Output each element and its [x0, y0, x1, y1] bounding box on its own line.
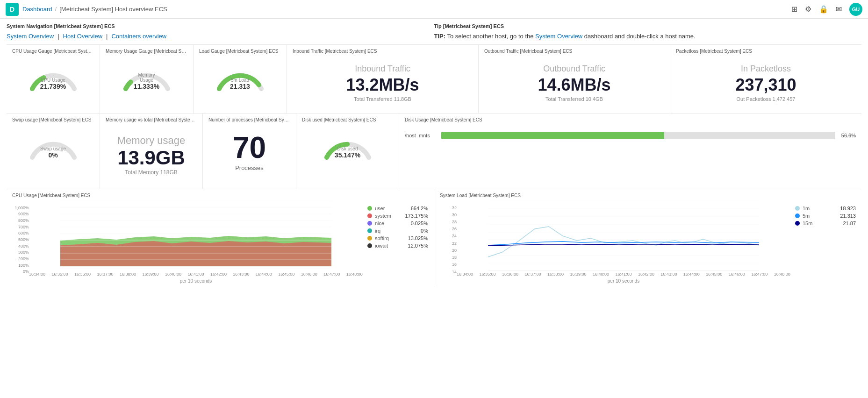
cpu-chart-main: 1,000% 900% 800% 700% 600% 500% 400% 300…	[12, 201, 363, 284]
cpu-x-t2: 16:35:00	[51, 272, 68, 277]
outbound-title: Outbound Traffic [Metricbeat System] ECS	[484, 49, 664, 54]
load-gauge-title: Load Gauge [Metricbeat System] ECS	[199, 49, 281, 54]
cpu-y-1000: 1,000%	[12, 206, 29, 210]
load-gauge-label: 5m Load 21.313	[230, 78, 250, 90]
legend-15m-value: 21.87	[843, 220, 856, 226]
outbound-widget: Outbound Traffic [Metricbeat System] ECS…	[479, 45, 670, 113]
cpu-y-labels: 1,000% 900% 800% 700% 600% 500% 400% 300…	[12, 201, 29, 284]
disk-usage-widget: Disk Usage [Metricbeat System] ECS /host…	[399, 114, 861, 189]
cpu-x-t8: 16:41:00	[187, 272, 204, 277]
cpu-x-t7: 16:40:00	[165, 272, 181, 277]
lock-icon[interactable]: 🔒	[819, 5, 828, 14]
nav-system-overview[interactable]: System Overview	[7, 33, 54, 40]
header: D Dashboard / [Metricbeat System] Host o…	[0, 0, 868, 19]
load-chart-svg-wrap: 16:34:00 16:35:00 16:36:00 16:37:00 16:3…	[457, 201, 790, 284]
legend-5m-dot	[795, 213, 800, 218]
cpu-chart-title: CPU Usage [Metricbeat System] ECS	[12, 193, 428, 198]
header-icons: ⊞ ⚙ 🔒 ✉ GU	[791, 3, 862, 16]
cpu-y-200: 200%	[12, 256, 29, 261]
disk-used-text-label: Disk used	[335, 146, 360, 151]
memory-gauge-container: Memory Usage 11.333%	[106, 57, 187, 93]
packetloss-widget: Packetloss [Metricbeat System] ECS In Pa…	[670, 45, 861, 113]
swap-gauge-container: Swap usage 0%	[12, 125, 94, 162]
nav-host-overview[interactable]: Host Overview	[63, 33, 103, 40]
load-gauge-wrap: 5m Load 21.313	[212, 58, 268, 91]
user-avatar[interactable]: GU	[849, 3, 862, 16]
swap-gauge-title: Swap usage [Metricbeat System] ECS	[12, 117, 94, 122]
legend-softirq-label: softirq	[375, 235, 405, 241]
inbound-content: Inbound Traffic 13.2MB/s Total Transferr…	[293, 57, 473, 109]
load-y-labels: 32 30 28 26 24 22 20 18 16 14	[440, 201, 457, 284]
mail-icon[interactable]: ✉	[836, 5, 842, 14]
outbound-value: 14.6MB/s	[490, 76, 659, 94]
legend-user: user 664.2%	[367, 206, 428, 211]
load-chart-main: 32 30 28 26 24 22 20 18 16 14	[440, 201, 790, 284]
cpu-y-100: 100%	[12, 263, 29, 268]
cpu-gauge-container: CPU Usage 21.739%	[12, 57, 94, 93]
nav-left: System Navigation [Metricbeat System] EC…	[7, 23, 434, 40]
cpu-y-900: 900%	[12, 212, 29, 216]
process-count: 70	[214, 133, 285, 163]
legend-iowait-dot	[367, 243, 372, 248]
cpu-x-t13: 16:46:00	[301, 272, 317, 277]
load-x-t4: 16:37:00	[524, 272, 541, 277]
disk-used-title: Disk used [Metricbeat System] ECS	[302, 117, 393, 122]
load-x-t9: 16:42:00	[638, 272, 654, 277]
tip-link[interactable]: System Overview	[535, 33, 582, 40]
disk-used-value: 35.147%	[335, 151, 360, 159]
swap-gauge-text-label: Swap usage	[40, 146, 66, 151]
legend-softirq-dot	[367, 236, 372, 241]
load-x-t2: 16:35:00	[479, 272, 495, 277]
load-y-16: 16	[440, 262, 457, 267]
nav-sep-2: |	[106, 33, 108, 40]
cpu-x-t11: 16:44:00	[256, 272, 272, 277]
disk-used-label: Disk used 35.147%	[335, 146, 360, 159]
load-x-t14: 16:47:00	[751, 272, 768, 277]
load-x-t6: 16:39:00	[570, 272, 586, 277]
cpu-y-600: 600%	[12, 231, 29, 235]
swap-gauge-label: Swap usage 0%	[40, 146, 66, 159]
cpu-x-t1: 16:34:00	[29, 272, 45, 277]
tip-text-after: dashboard and double-click a host name.	[584, 33, 696, 40]
load-y-28: 28	[440, 220, 457, 224]
load-x-t12: 16:45:00	[706, 272, 722, 277]
nav-sep-1: |	[57, 33, 59, 40]
packetloss-title: Packetloss [Metricbeat System] ECS	[676, 49, 856, 54]
load-y-20: 20	[440, 248, 457, 253]
swap-gauge-widget: Swap usage [Metricbeat System] ECS Swap …	[7, 114, 100, 189]
legend-user-dot	[367, 206, 372, 211]
outbound-sub: Total Transferred 10.4GB	[490, 96, 659, 102]
packetloss-label: In Packetloss	[681, 64, 850, 74]
nav-title: System Navigation [Metricbeat System] EC…	[7, 23, 434, 29]
outbound-label: Outbound Traffic	[490, 64, 659, 74]
load-x-t11: 16:44:00	[683, 272, 700, 277]
disk-bar-fill	[441, 132, 664, 139]
outbound-content: Outbound Traffic 14.6MB/s Total Transfer…	[484, 57, 664, 109]
load-x-t1: 16:34:00	[457, 272, 473, 277]
settings-icon[interactable]: ⚙	[805, 5, 811, 14]
load-x-t8: 16:41:00	[615, 272, 631, 277]
legend-nice-dot	[367, 221, 372, 226]
cpu-x-t6: 16:39:00	[142, 272, 158, 277]
legend-1m-label: 1m	[803, 206, 837, 211]
disk-mount-label: /host_mnts	[405, 133, 438, 138]
load-y-30: 30	[440, 213, 457, 217]
nav-containers-overview[interactable]: Containers overview	[111, 33, 166, 40]
cpu-legend: user 664.2% system 173.175% nice 0.025%	[367, 201, 428, 284]
processes-title: Number of processes [Metricbeat System] …	[208, 117, 290, 122]
breadcrumb-dashboard[interactable]: Dashboard	[22, 6, 52, 13]
legend-irq-value: 0%	[421, 228, 428, 234]
legend-irq: irq 0%	[367, 228, 428, 234]
load-chart-svg	[457, 201, 790, 271]
load-y-14: 14	[440, 270, 457, 274]
svg-marker-1	[60, 241, 331, 266]
load-y-32: 32	[440, 206, 457, 210]
memory-total-title: Memory usage vs total [Metricbeat System…	[106, 117, 197, 122]
chart-section: CPU Usage [Metricbeat System] ECS 1,000%…	[7, 189, 861, 287]
packetloss-sub: Out Packetloss 1,472,457	[681, 96, 850, 102]
cpu-gauge-label: CPU Usage 21.739%	[40, 78, 66, 90]
load-x-t10: 16:43:00	[660, 272, 677, 277]
share-icon[interactable]: ⊞	[791, 5, 797, 14]
widget-row-2: Swap usage [Metricbeat System] ECS Swap …	[7, 113, 861, 189]
cpu-x-t15: 16:48:00	[346, 272, 363, 277]
